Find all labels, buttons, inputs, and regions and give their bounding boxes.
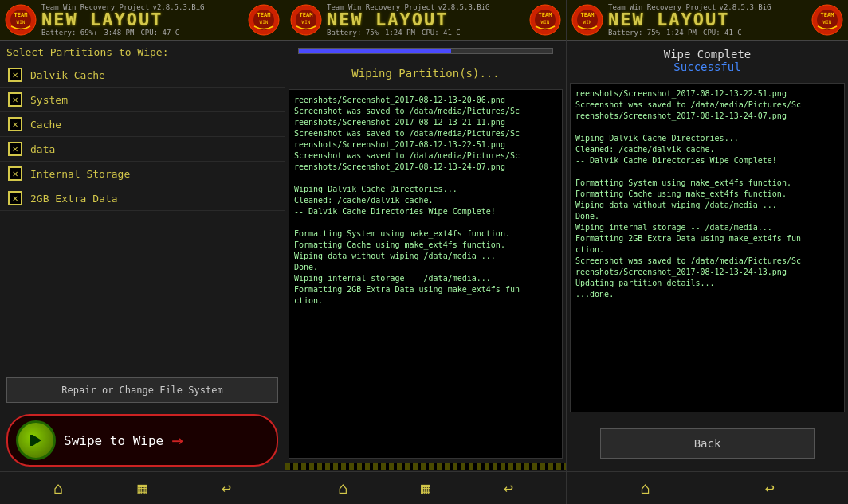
- partition-2gb-extra[interactable]: 2GB Extra Data: [0, 186, 285, 211]
- twrp-logo-left-right: TEAM WIN: [248, 4, 280, 36]
- middle-cpu: CPU: 41 C: [422, 29, 461, 37]
- play-icon: [26, 431, 45, 450]
- middle-time: 1:24 PM: [385, 29, 415, 37]
- middle-header: TEAM WIN Team Win Recovery Project v2.8.…: [285, 0, 566, 41]
- left-layout-text: NEW LAYOUT: [41, 11, 243, 29]
- svg-text:TEAM: TEAM: [300, 12, 313, 18]
- svg-text:WIN: WIN: [17, 19, 26, 25]
- twrp-logo-left: TEAM WIN: [5, 4, 37, 36]
- right-battery: Battery: 75%: [608, 29, 660, 37]
- apps-icon-left[interactable]: ▦: [137, 479, 147, 498]
- checkbox-system[interactable]: [8, 92, 22, 107]
- swipe-thumb: [16, 420, 56, 460]
- right-log-text: reenshots/Screenshot_2017-08-12-13-22-51…: [575, 88, 839, 300]
- partition-internal-storage[interactable]: Internal Storage: [0, 162, 285, 186]
- swipe-label: Swipe to Wipe: [64, 433, 163, 448]
- twrp-logo-middle-right: TEAM WIN: [529, 4, 561, 36]
- svg-text:TEAM: TEAM: [581, 12, 595, 18]
- right-time: 1:24 PM: [666, 29, 697, 37]
- middle-bottom-nav: ⌂ ▦ ↩: [285, 471, 566, 504]
- twrp-logo-right: TEAM WIN: [571, 4, 603, 36]
- middle-header-text: Team Win Recovery Project v2.8.5.3.BiG N…: [327, 3, 524, 37]
- wiping-header: Wiping Partition(s)...: [285, 61, 566, 86]
- middle-layout-text: NEW LAYOUT: [327, 11, 524, 29]
- svg-marker-8: [33, 435, 41, 446]
- checkbox-internal-storage[interactable]: [8, 166, 22, 181]
- right-bottom-nav: ⌂ ↩: [567, 471, 848, 504]
- partition-system[interactable]: System: [0, 88, 285, 112]
- svg-text:WIN: WIN: [583, 19, 592, 25]
- left-header-text: Team Win Recovery Project v2.8.5.3.BiG N…: [41, 3, 243, 37]
- svg-text:WIN: WIN: [260, 19, 269, 25]
- checkbox-cache[interactable]: [8, 117, 22, 131]
- right-cpu: CPU: 41 C: [703, 29, 742, 37]
- left-battery: Battery: 69%+: [41, 29, 97, 37]
- back-button[interactable]: Back: [600, 428, 815, 459]
- right-layout-text: NEW LAYOUT: [608, 11, 807, 29]
- swipe-to-wipe-container[interactable]: Swipe to Wipe →: [6, 414, 278, 467]
- checkbox-data[interactable]: [8, 142, 22, 156]
- middle-log-text: reenshots/Screenshot_2017-08-12-13-20-06…: [294, 95, 557, 307]
- label-internal-storage: Internal Storage: [30, 168, 130, 180]
- wiping-title: Wiping Partition(s)...: [351, 67, 499, 80]
- middle-panel: TEAM WIN Team Win Recovery Project v2.8.…: [285, 0, 567, 504]
- svg-rect-9: [30, 435, 33, 446]
- svg-text:TEAM: TEAM: [257, 12, 271, 18]
- left-cpu: CPU: 47 C: [140, 29, 179, 37]
- left-bottom-nav: ⌂ ▦ ↩: [0, 471, 285, 504]
- partition-cache[interactable]: Cache: [0, 112, 285, 137]
- left-header: TEAM WIN Team Win Recovery Project v2.8.…: [0, 0, 285, 41]
- back-icon-right[interactable]: ↩: [765, 479, 775, 498]
- checkbox-2gb-extra[interactable]: [8, 191, 22, 205]
- left-time: 3:48 PM: [104, 29, 134, 37]
- right-header-text: Team Win Recovery Project v2.8.5.3.BiG N…: [608, 3, 807, 37]
- right-log: reenshots/Screenshot_2017-08-12-13-22-51…: [570, 83, 845, 412]
- progress-fill-middle: [299, 49, 451, 53]
- right-panel: TEAM WIN Team Win Recovery Project v2.8.…: [567, 0, 848, 504]
- twrp-logo-right-right: TEAM WIN: [811, 4, 843, 36]
- checkbox-dalvik[interactable]: [8, 68, 22, 82]
- svg-text:WIN: WIN: [823, 19, 832, 25]
- home-icon-right[interactable]: ⌂: [640, 479, 650, 498]
- middle-battery: Battery: 75%: [327, 29, 379, 37]
- label-2gb-extra: 2GB Extra Data: [30, 193, 118, 205]
- partition-data[interactable]: data: [0, 137, 285, 162]
- repair-button[interactable]: Repair or Change File System: [6, 377, 278, 403]
- progress-bar-middle: [298, 48, 553, 54]
- home-icon-middle[interactable]: ⌂: [338, 479, 347, 498]
- label-system: System: [30, 94, 68, 106]
- svg-text:WIN: WIN: [541, 19, 550, 25]
- home-icon-left[interactable]: ⌂: [53, 479, 63, 498]
- middle-status: Battery: 75% 1:24 PM CPU: 41 C: [327, 29, 524, 37]
- back-icon-middle[interactable]: ↩: [504, 479, 513, 498]
- svg-text:TEAM: TEAM: [14, 12, 28, 18]
- left-status: Battery: 69%+ 3:48 PM CPU: 47 C: [41, 29, 243, 37]
- twrp-logo-middle: TEAM WIN: [290, 4, 322, 36]
- apps-icon-middle[interactable]: ▦: [421, 479, 430, 498]
- label-data: data: [30, 143, 55, 155]
- wipe-complete-header: Wipe Complete Successful: [567, 41, 848, 80]
- back-icon-left[interactable]: ↩: [222, 479, 231, 498]
- striped-bar-middle: [285, 463, 566, 470]
- label-cache: Cache: [30, 119, 61, 131]
- select-partitions-label: Select Partitions to Wipe:: [0, 41, 285, 63]
- partition-dalvik[interactable]: Dalvik Cache: [0, 63, 285, 88]
- middle-log: reenshots/Screenshot_2017-08-12-13-20-06…: [289, 89, 563, 459]
- swipe-arrow-icon: →: [171, 429, 183, 451]
- partition-list: Dalvik Cache System Cache data Internal …: [0, 63, 285, 211]
- left-panel: TEAM WIN Team Win Recovery Project v2.8.…: [0, 0, 285, 504]
- wipe-complete-title: Wipe Complete: [573, 48, 842, 61]
- wipe-successful-status: Successful: [573, 61, 842, 73]
- right-status: Battery: 75% 1:24 PM CPU: 41 C: [608, 29, 807, 37]
- svg-text:TEAM: TEAM: [821, 12, 834, 18]
- svg-text:TEAM: TEAM: [539, 12, 552, 18]
- right-header: TEAM WIN Team Win Recovery Project v2.8.…: [567, 0, 848, 41]
- svg-text:WIN: WIN: [302, 19, 311, 25]
- label-dalvik: Dalvik Cache: [30, 69, 105, 81]
